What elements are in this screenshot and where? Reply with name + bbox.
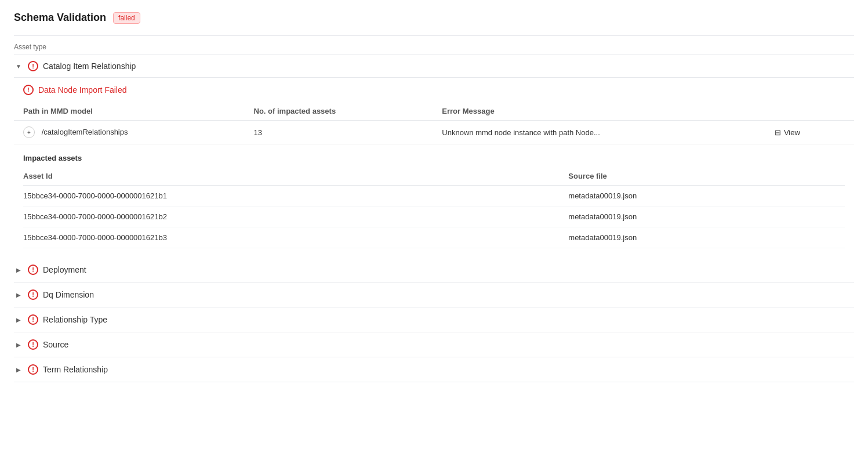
assets-table: Asset Id Source file 15bbce34-0000-7000-… xyxy=(23,167,845,248)
chevron-right-icon: ▶ xyxy=(14,265,23,274)
deployment-section: ▶ ! Deployment xyxy=(14,258,854,282)
impacted-assets-section: Impacted assets Asset Id Source file 15b… xyxy=(14,149,854,248)
relationship-type-section: ▶ ! Relationship Type xyxy=(14,307,854,332)
dq-dimension-label: Dq Dimension xyxy=(43,290,94,299)
error-circle-icon: ! xyxy=(28,364,38,375)
relationship-type-label: Relationship Type xyxy=(43,315,107,324)
col-path: Path in MMD model xyxy=(14,102,245,121)
col-error: Error Message xyxy=(433,102,763,121)
list-item: 15bbce34-0000-7000-0000-0000001621b3 met… xyxy=(23,227,845,248)
view-button[interactable]: ⊟ View xyxy=(772,127,802,138)
list-item: 15bbce34-0000-7000-0000-0000001621b1 met… xyxy=(23,186,845,207)
error-circle-icon: ! xyxy=(28,314,38,325)
row-expand-btn[interactable]: + xyxy=(23,126,35,138)
term-relationship-collapse-row[interactable]: ▶ ! Term Relationship xyxy=(14,357,854,382)
term-relationship-section: ▶ ! Term Relationship xyxy=(14,357,854,382)
impacted-title: Impacted assets xyxy=(23,154,845,162)
col-action xyxy=(763,102,854,121)
error-header-icon: ! xyxy=(23,85,34,95)
deployment-label: Deployment xyxy=(43,265,86,274)
chevron-right-icon: ▶ xyxy=(14,290,23,299)
chevron-right-icon: ▶ xyxy=(14,340,23,349)
source-collapse-row[interactable]: ▶ ! Source xyxy=(14,332,854,357)
main-data-table: Path in MMD model No. of impacted assets… xyxy=(14,102,854,144)
error-message: Unknown mmd node instance with path Node… xyxy=(433,121,763,144)
source-file-3: metadata00019.json xyxy=(568,227,845,248)
status-badge: failed xyxy=(113,12,140,24)
col-asset-id: Asset Id xyxy=(23,167,568,186)
catalog-item-relationship-section: ▼ ! Catalog Item Relationship ! Data Nod… xyxy=(14,55,854,258)
error-circle-icon: ! xyxy=(28,265,38,275)
chevron-right-icon: ▶ xyxy=(14,315,23,324)
list-item: 15bbce34-0000-7000-0000-0000001621b2 met… xyxy=(23,207,845,227)
path-value: /catalogItemRelationships xyxy=(42,128,128,136)
deployment-collapse-row[interactable]: ▶ ! Deployment xyxy=(14,258,854,282)
page-container: Schema Validation failed Asset type ▼ ! … xyxy=(0,0,868,394)
page-title: Schema Validation xyxy=(14,12,106,24)
catalog-expanded-section: ! Data Node Import Failed Path in MMD mo… xyxy=(14,78,854,258)
term-relationship-label: Term Relationship xyxy=(43,365,108,374)
error-circle-icon: ! xyxy=(28,61,38,71)
impacted-count: 13 xyxy=(245,121,433,144)
col-impacted: No. of impacted assets xyxy=(245,102,433,121)
source-file-2: metadata00019.json xyxy=(568,207,845,227)
asset-id-2: 15bbce34-0000-7000-0000-0000001621b2 xyxy=(23,207,568,227)
page-header: Schema Validation failed xyxy=(14,12,854,24)
error-header: ! Data Node Import Failed xyxy=(14,78,854,102)
chevron-right-icon: ▶ xyxy=(14,365,23,374)
asset-id-3: 15bbce34-0000-7000-0000-0000001621b3 xyxy=(23,227,568,248)
asset-type-label: Asset type xyxy=(14,43,46,51)
error-circle-icon: ! xyxy=(28,289,38,300)
catalog-collapse-label: Catalog Item Relationship xyxy=(43,61,136,71)
source-label: Source xyxy=(43,340,68,349)
error-title: Data Node Import Failed xyxy=(38,85,127,95)
chevron-down-icon: ▼ xyxy=(14,61,23,71)
source-file-1: metadata00019.json xyxy=(568,186,845,207)
catalog-collapse-row[interactable]: ▼ ! Catalog Item Relationship xyxy=(14,55,854,77)
dq-dimension-collapse-row[interactable]: ▶ ! Dq Dimension xyxy=(14,282,854,307)
relationship-type-collapse-row[interactable]: ▶ ! Relationship Type xyxy=(14,307,854,332)
doc-icon: ⊟ xyxy=(775,128,781,137)
source-section: ▶ ! Source xyxy=(14,332,854,357)
asset-id-1: 15bbce34-0000-7000-0000-0000001621b1 xyxy=(23,186,568,207)
col-source-file: Source file xyxy=(568,167,845,186)
dq-dimension-section: ▶ ! Dq Dimension xyxy=(14,282,854,307)
error-circle-icon: ! xyxy=(28,339,38,350)
table-row: + /catalogItemRelationships 13 Unknown m… xyxy=(14,121,854,144)
view-button-label: View xyxy=(784,128,800,137)
